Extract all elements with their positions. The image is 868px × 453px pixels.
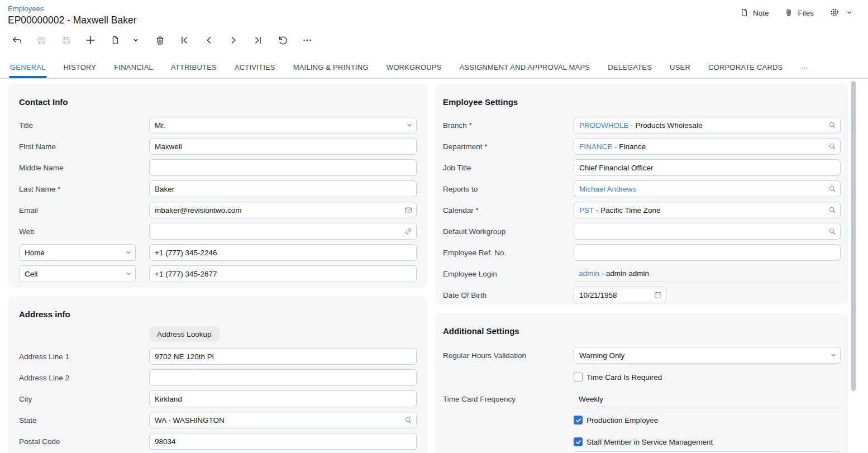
tab-assignment-approval-maps[interactable]: ASSIGNMENT AND APPROVAL MAPS bbox=[460, 56, 590, 78]
production-employee-checkbox[interactable] bbox=[574, 416, 583, 425]
address-info-panel: Address info Address Lookup Address Line… bbox=[8, 296, 427, 453]
search-icon[interactable] bbox=[828, 121, 837, 130]
address-line1-input[interactable] bbox=[149, 348, 417, 365]
copy-button[interactable] bbox=[107, 32, 123, 48]
header-actions: Note Files bbox=[740, 7, 852, 19]
department-selector[interactable]: FINANCE - Finance bbox=[574, 138, 841, 155]
address-line1-label: Address Line 1 bbox=[19, 352, 149, 361]
copy-menu-chevron[interactable] bbox=[132, 32, 140, 48]
web-input[interactable] bbox=[149, 223, 417, 240]
phone1-input[interactable] bbox=[149, 244, 417, 261]
tab-attributes[interactable]: ATTRIBUTES bbox=[171, 56, 217, 78]
tab-activities[interactable]: ACTIVITIES bbox=[235, 56, 275, 78]
production-employee-label: Production Employee bbox=[586, 416, 658, 425]
tab-corporate-cards[interactable]: CORPORATE CARDS bbox=[708, 56, 783, 78]
search-icon[interactable] bbox=[828, 206, 837, 214]
title-select[interactable]: Mr. bbox=[149, 117, 417, 133]
back-button[interactable] bbox=[9, 32, 25, 48]
tab-divider bbox=[0, 78, 868, 79]
default-workgroup-selector[interactable] bbox=[574, 223, 841, 240]
go-previous-button[interactable] bbox=[201, 32, 217, 48]
default-workgroup-label: Default Workgroup bbox=[443, 227, 574, 236]
time-card-required-checkbox[interactable] bbox=[574, 373, 583, 382]
tab-delegates[interactable]: DELEGATES bbox=[608, 56, 652, 78]
note-button[interactable]: Note bbox=[740, 8, 769, 19]
job-title-input[interactable] bbox=[574, 159, 841, 176]
contact-info-title: Contact Info bbox=[8, 84, 427, 107]
dob-input[interactable] bbox=[574, 287, 666, 303]
phone2-type-select[interactable]: Cell bbox=[19, 265, 136, 282]
chevron-down-icon[interactable] bbox=[830, 352, 837, 359]
time-card-frequency-value: Weekly bbox=[574, 391, 841, 407]
chevron-down-icon[interactable] bbox=[125, 249, 132, 256]
go-next-button[interactable] bbox=[226, 32, 241, 48]
tab-user[interactable]: USER bbox=[670, 56, 690, 78]
calendar-icon[interactable] bbox=[654, 290, 662, 299]
address-info-title: Address info bbox=[8, 296, 427, 319]
reports-to-link[interactable]: Michael Andrews bbox=[579, 185, 636, 193]
staff-member-label: Staff Member in Service Management bbox=[586, 438, 713, 446]
middle-name-label: Middle Name bbox=[19, 164, 149, 172]
go-first-button[interactable] bbox=[177, 32, 192, 48]
tab-financial[interactable]: FINANCIAL bbox=[114, 56, 153, 78]
tab-history[interactable]: HISTORY bbox=[64, 56, 97, 78]
production-employee-row: Production Employee bbox=[574, 415, 841, 425]
email-input[interactable] bbox=[149, 202, 417, 218]
search-icon[interactable] bbox=[404, 416, 413, 425]
vertical-scrollbar-thumb[interactable] bbox=[851, 81, 856, 391]
more-actions-button[interactable] bbox=[299, 32, 315, 48]
phone2-input[interactable] bbox=[149, 265, 417, 282]
employee-settings-title: Employee Settings bbox=[435, 84, 848, 107]
reports-to-selector[interactable]: Michael Andrews bbox=[574, 180, 841, 197]
chevron-down-icon[interactable] bbox=[406, 122, 413, 128]
tab-mailing-printing[interactable]: MAILING & PRINTING bbox=[293, 56, 369, 78]
contact-info-panel: Contact Info Title Mr. First Name Middle… bbox=[8, 84, 427, 288]
tab-workgroups[interactable]: WORKGROUPS bbox=[387, 56, 442, 78]
calendar-link[interactable]: PST bbox=[579, 206, 594, 214]
state-input[interactable] bbox=[149, 412, 417, 428]
breadcrumb-employees-link[interactable]: Employees bbox=[8, 4, 44, 13]
first-name-input[interactable] bbox=[149, 138, 417, 155]
address-line2-label: Address Line 2 bbox=[19, 374, 149, 382]
employee-ref-input[interactable] bbox=[574, 244, 841, 261]
settings-gear-button[interactable] bbox=[829, 7, 840, 19]
branch-link[interactable]: PRODWHOLE bbox=[579, 121, 629, 130]
note-label: Note bbox=[753, 9, 769, 17]
time-card-frequency-label: Time Card Frequency bbox=[443, 395, 574, 403]
add-record-button[interactable] bbox=[83, 32, 98, 48]
email-label: Email bbox=[19, 206, 149, 214]
undo-button[interactable] bbox=[275, 32, 290, 48]
address-lookup-button[interactable]: Address Lookup bbox=[149, 326, 220, 342]
tab-overflow-button[interactable]: ··· bbox=[801, 56, 809, 78]
calendar-selector[interactable]: PST - Pacific Time Zone bbox=[574, 202, 841, 218]
employee-settings-panel: Employee Settings Branch * PRODWHOLE - P… bbox=[435, 84, 848, 304]
search-icon[interactable] bbox=[828, 227, 837, 236]
tab-general[interactable]: GENERAL bbox=[10, 56, 46, 78]
envelope-icon[interactable] bbox=[404, 206, 413, 214]
regular-hours-validation-select[interactable]: Warning Only bbox=[574, 347, 841, 364]
phone1-type-select[interactable]: Home bbox=[19, 244, 136, 261]
branch-selector[interactable]: PRODWHOLE - Products Wholesale bbox=[574, 117, 841, 133]
city-input[interactable] bbox=[149, 390, 417, 407]
employee-login-label: Employee Login bbox=[443, 270, 574, 278]
files-button[interactable]: Files bbox=[784, 8, 814, 19]
postal-code-input[interactable] bbox=[149, 433, 417, 450]
job-title-label: Job Title bbox=[443, 164, 574, 172]
go-last-button[interactable] bbox=[250, 32, 266, 48]
time-card-required-label: Time Card Is Required bbox=[586, 373, 662, 382]
state-label: State bbox=[19, 416, 149, 425]
address-line2-input[interactable] bbox=[149, 369, 417, 386]
settings-menu-chevron[interactable] bbox=[846, 9, 852, 17]
employee-login-value: admin - admin admin bbox=[574, 265, 841, 282]
link-icon[interactable] bbox=[404, 227, 413, 236]
department-link[interactable]: FINANCE bbox=[579, 142, 612, 151]
chevron-down-icon[interactable] bbox=[125, 270, 132, 277]
middle-name-input[interactable] bbox=[149, 159, 417, 176]
last-name-input[interactable] bbox=[149, 180, 417, 197]
staff-member-checkbox[interactable] bbox=[574, 437, 583, 446]
dob-label: Date Of Birth bbox=[443, 291, 574, 299]
employee-login-link[interactable]: admin bbox=[579, 269, 599, 278]
search-icon[interactable] bbox=[828, 142, 837, 151]
search-icon[interactable] bbox=[828, 184, 837, 193]
delete-button[interactable] bbox=[152, 32, 168, 48]
